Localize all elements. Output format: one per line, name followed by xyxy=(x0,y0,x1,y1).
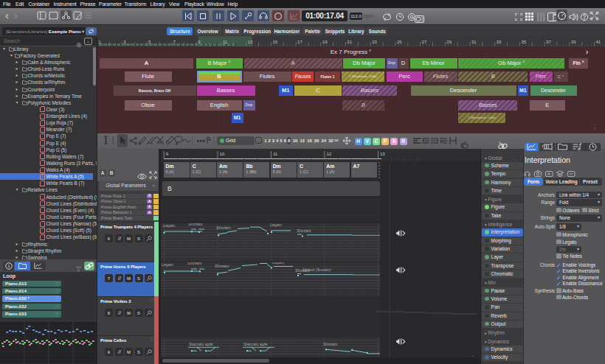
svg-text:Sforzato: Sforzato xyxy=(215,264,229,268)
svg-text:Legato: Legato xyxy=(272,262,284,265)
svg-text:Sforzato: Sforzato xyxy=(216,225,230,230)
svg-text:Legato: Legato xyxy=(270,223,282,227)
svg-text:37: 37 xyxy=(546,40,551,44)
svg-text:13: 13 xyxy=(248,40,253,44)
svg-text:Sforzato: Sforzato xyxy=(297,228,311,233)
svg-text:Default (Sustain): Default (Sustain) xyxy=(302,267,331,272)
svg-text:15: 15 xyxy=(272,40,277,44)
svg-text:9: 9 xyxy=(166,152,169,156)
svg-text:19: 19 xyxy=(322,40,328,44)
svg-text:11: 11 xyxy=(273,152,278,156)
svg-text:25: 25 xyxy=(397,40,402,44)
svg-text:12: 12 xyxy=(326,152,331,156)
svg-text:Staccato agile: Staccato agile xyxy=(189,342,213,346)
svg-text:41: 41 xyxy=(596,40,601,44)
svg-text:Sforzato: Sforzato xyxy=(187,262,201,265)
svg-text:Staccato agile: Staccato agile xyxy=(243,342,268,346)
svg-text:35: 35 xyxy=(521,40,526,44)
svg-text:33: 33 xyxy=(497,40,502,44)
svg-text:10: 10 xyxy=(219,152,224,156)
svg-text:Legato: Legato xyxy=(163,223,175,228)
svg-text:Sforzato: Sforzato xyxy=(188,223,202,226)
svg-text:Sforzato: Sforzato xyxy=(323,342,337,346)
svg-text:29: 29 xyxy=(446,40,452,44)
svg-text:13: 13 xyxy=(380,152,385,156)
svg-text:27: 27 xyxy=(422,40,427,44)
svg-text:17: 17 xyxy=(297,40,302,44)
svg-text:39: 39 xyxy=(571,40,576,44)
svg-text:21: 21 xyxy=(348,40,353,44)
svg-text:31: 31 xyxy=(471,40,477,44)
svg-text:23: 23 xyxy=(372,40,377,44)
svg-text:Legato: Legato xyxy=(162,262,173,267)
